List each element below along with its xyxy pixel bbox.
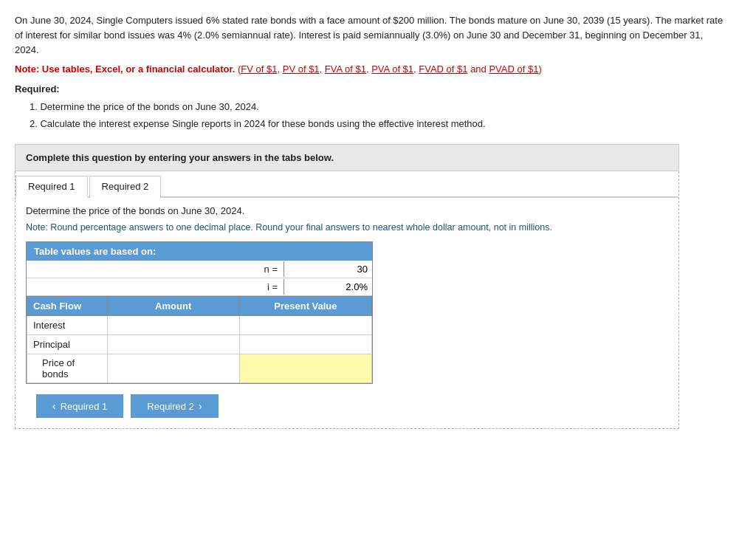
required-item-2: 2. Calculate the interest expense Single… xyxy=(30,116,741,132)
tab-required2[interactable]: Required 2 xyxy=(89,176,162,198)
required-list: 1. Determine the price of the bonds on J… xyxy=(30,99,741,131)
note-blue: Note: Round percentage answers to one de… xyxy=(26,221,668,235)
table-values-section: Table values are based on: n = i = Cash … xyxy=(26,241,373,384)
pva-link[interactable]: PVA of $1 xyxy=(371,63,413,75)
tabs-row: Required 1 Required 2 xyxy=(16,171,678,198)
tab1-content: Determine the price of the bonds on June… xyxy=(16,198,678,429)
col-amount: Amount xyxy=(107,297,239,316)
fva-link[interactable]: FVA of $1 xyxy=(325,63,366,75)
i-input[interactable] xyxy=(284,279,372,295)
next-button[interactable]: Required 2 › xyxy=(131,394,218,418)
cash-flow-table: Cash Flow Amount Present Value Interest … xyxy=(27,296,372,383)
principal-amount-input[interactable] xyxy=(114,338,233,351)
chevron-left-icon: ‹ xyxy=(52,400,56,412)
tabs-container: Required 1 Required 2 Determine the pric… xyxy=(15,171,679,430)
prev-button-label: Required 1 xyxy=(61,401,108,412)
prev-button[interactable]: ‹ Required 1 xyxy=(36,394,123,418)
interest-amount-input[interactable] xyxy=(114,319,233,332)
pv-link[interactable]: PV of $1 xyxy=(283,63,320,75)
fv-link[interactable]: FV of $1 xyxy=(241,63,277,75)
note-use-label: Note: Use tables, Excel, or a financial … xyxy=(15,63,235,75)
required-item-1: 1. Determine the price of the bonds on J… xyxy=(30,99,741,115)
fvad-link[interactable]: FVAD of $1 xyxy=(419,63,467,75)
determine-title: Determine the price of the bonds on June… xyxy=(26,205,668,216)
interest-amount[interactable] xyxy=(107,316,239,335)
col-pv: Present Value xyxy=(239,297,371,316)
nav-buttons: ‹ Required 1 Required 2 › xyxy=(26,394,668,428)
required-heading: Required: xyxy=(15,83,741,95)
price-label: Price of bonds xyxy=(27,354,108,383)
table-row-principal: Principal xyxy=(27,335,372,354)
pvad-link[interactable]: PVAD of $1 xyxy=(489,63,538,75)
tab-required1[interactable]: Required 1 xyxy=(16,176,88,198)
price-amount xyxy=(107,354,239,383)
principal-label: Principal xyxy=(27,335,108,354)
principal-amount[interactable] xyxy=(107,335,239,354)
interest-label: Interest xyxy=(27,316,108,335)
n-input[interactable] xyxy=(284,261,372,277)
price-pv[interactable] xyxy=(239,354,371,383)
i-row: i = xyxy=(27,278,372,296)
intro-paragraph: On June 30, 2024, Single Computers issue… xyxy=(15,13,724,58)
next-button-label: Required 2 xyxy=(147,401,194,412)
col-cashflow: Cash Flow xyxy=(27,297,108,316)
table-values-header: Table values are based on: xyxy=(27,242,372,261)
chevron-right-icon: › xyxy=(199,400,202,412)
note-red: Note: Use tables, Excel, or a financial … xyxy=(15,63,741,75)
interest-pv[interactable] xyxy=(239,316,371,335)
complete-instruction: Complete this question by entering your … xyxy=(15,144,679,171)
interest-pv-input[interactable] xyxy=(246,319,365,332)
n-label: n = xyxy=(27,261,284,278)
table-row-price: Price of bonds xyxy=(27,354,372,383)
price-pv-input[interactable] xyxy=(246,363,365,375)
principal-pv[interactable] xyxy=(239,335,371,354)
n-row: n = xyxy=(27,261,372,278)
table-row-interest: Interest xyxy=(27,316,372,335)
principal-pv-input[interactable] xyxy=(246,338,365,351)
i-label: i = xyxy=(27,278,284,295)
